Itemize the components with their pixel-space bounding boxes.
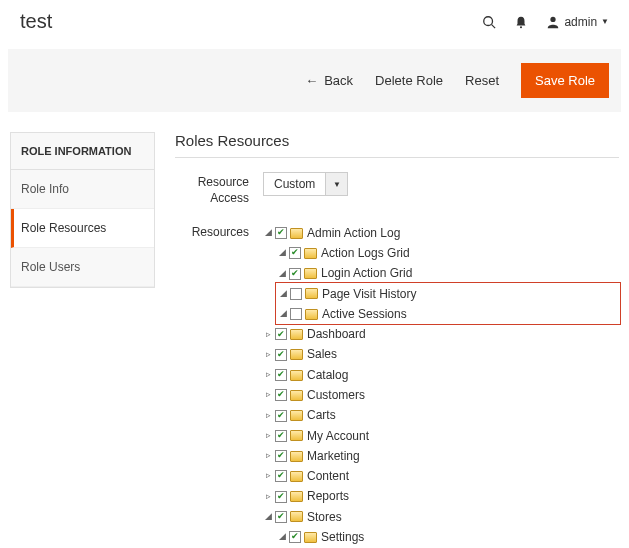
tree-node[interactable]: Sales (307, 345, 337, 364)
delete-role-button[interactable]: Delete Role (375, 73, 443, 88)
folder-icon (290, 370, 303, 381)
expand-icon[interactable]: ▹ (263, 328, 273, 342)
folder-icon (290, 410, 303, 421)
expand-icon[interactable]: ▹ (263, 409, 273, 423)
tree-node[interactable]: Content (307, 467, 349, 486)
tree-node[interactable]: Action Logs Grid (321, 244, 410, 263)
arrow-left-icon: ← (305, 73, 318, 88)
caret-down-icon: ▼ (325, 173, 347, 195)
tree-node[interactable]: Page Visit History (322, 285, 416, 304)
bell-icon[interactable] (514, 15, 528, 29)
checkbox[interactable] (289, 531, 301, 543)
expand-icon[interactable]: ◢ (277, 530, 287, 544)
folder-icon (304, 532, 317, 543)
page-title: test (20, 10, 482, 33)
checkbox[interactable] (275, 430, 287, 442)
checkbox[interactable] (275, 511, 287, 523)
tree-node[interactable]: Catalog (307, 366, 348, 385)
checkbox[interactable] (290, 308, 302, 320)
checkbox[interactable] (275, 410, 287, 422)
expand-icon[interactable]: ◢ (277, 267, 287, 281)
checkbox[interactable] (275, 369, 287, 381)
folder-icon (304, 248, 317, 259)
folder-icon (290, 228, 303, 239)
svg-point-2 (520, 26, 522, 28)
folder-icon (290, 511, 303, 522)
expand-icon[interactable]: ▹ (263, 429, 273, 443)
header-icons: admin ▼ (482, 15, 609, 29)
checkbox[interactable] (275, 389, 287, 401)
folder-icon (304, 268, 317, 279)
tree-node[interactable]: Reports (307, 487, 349, 506)
tree-node[interactable]: Customers (307, 386, 365, 405)
main-layout: ROLE INFORMATION Role Info Role Resource… (0, 132, 629, 548)
page-header: test admin ▼ (0, 0, 629, 43)
resource-access-label: Resource Access (175, 172, 263, 206)
folder-icon (290, 471, 303, 482)
folder-icon (290, 491, 303, 502)
section-heading: Roles Resources (175, 132, 619, 149)
tree-node[interactable]: Dashboard (307, 325, 366, 344)
resource-access-field: Resource Access Custom ▼ (175, 172, 619, 206)
svg-point-3 (551, 16, 556, 21)
user-label: admin (564, 15, 597, 29)
search-icon[interactable] (482, 15, 496, 29)
save-role-button[interactable]: Save Role (521, 63, 609, 98)
resource-access-select[interactable]: Custom ▼ (263, 172, 348, 196)
tree-node[interactable]: Marketing (307, 447, 360, 466)
expand-icon[interactable]: ▹ (263, 469, 273, 483)
tree-node[interactable]: Login Action Grid (321, 264, 412, 283)
expand-icon[interactable]: ◢ (263, 226, 273, 240)
folder-icon (305, 288, 318, 299)
tree-node[interactable]: My Account (307, 427, 369, 446)
tree-node[interactable]: Carts (307, 406, 336, 425)
action-bar: ← Back Delete Role Reset Save Role (8, 49, 621, 112)
expand-icon[interactable]: ▹ (263, 388, 273, 402)
checkbox[interactable] (275, 227, 287, 239)
highlight-box: ◢Page Visit History ◢Active Sessions (275, 282, 621, 325)
reset-button[interactable]: Reset (465, 73, 499, 88)
divider (175, 157, 619, 158)
back-button[interactable]: ← Back (305, 73, 353, 88)
user-menu[interactable]: admin ▼ (546, 15, 609, 29)
caret-down-icon: ▼ (601, 17, 609, 26)
checkbox[interactable] (275, 349, 287, 361)
resources-field: Resources ◢Admin Action Log ◢Action Logs… (175, 222, 619, 548)
expand-icon[interactable]: ▹ (263, 348, 273, 362)
sidebar-item-role-users[interactable]: Role Users (11, 248, 154, 287)
sidebar-item-role-resources[interactable]: Role Resources (11, 209, 154, 248)
tree-node[interactable]: Active Sessions (322, 305, 407, 324)
folder-icon (305, 309, 318, 320)
main-content: Roles Resources Resource Access Custom ▼… (175, 132, 619, 548)
tree-node[interactable]: Admin Action Log (307, 224, 400, 243)
svg-point-0 (484, 16, 493, 25)
select-value: Custom (264, 173, 325, 195)
resources-label: Resources (175, 222, 263, 548)
expand-icon[interactable]: ▹ (263, 490, 273, 504)
expand-icon[interactable]: ▹ (263, 368, 273, 382)
checkbox[interactable] (275, 470, 287, 482)
folder-icon (290, 430, 303, 441)
checkbox[interactable] (289, 247, 301, 259)
folder-icon (290, 390, 303, 401)
expand-icon[interactable]: ◢ (278, 287, 288, 301)
svg-line-1 (492, 24, 496, 28)
user-icon (546, 15, 560, 29)
checkbox[interactable] (275, 328, 287, 340)
sidebar: ROLE INFORMATION Role Info Role Resource… (10, 132, 155, 288)
checkbox[interactable] (289, 268, 301, 280)
folder-icon (290, 451, 303, 462)
expand-icon[interactable]: ◢ (278, 307, 288, 321)
folder-icon (290, 329, 303, 340)
expand-icon[interactable]: ◢ (277, 246, 287, 260)
expand-icon[interactable]: ▹ (263, 449, 273, 463)
checkbox[interactable] (290, 288, 302, 300)
sidebar-item-role-info[interactable]: Role Info (11, 170, 154, 209)
resource-tree: ◢Admin Action Log ◢Action Logs Grid ◢Log… (263, 222, 619, 548)
folder-icon (290, 349, 303, 360)
checkbox[interactable] (275, 450, 287, 462)
checkbox[interactable] (275, 491, 287, 503)
tree-node[interactable]: Settings (321, 528, 364, 547)
expand-icon[interactable]: ◢ (263, 510, 273, 524)
tree-node[interactable]: Stores (307, 508, 342, 527)
